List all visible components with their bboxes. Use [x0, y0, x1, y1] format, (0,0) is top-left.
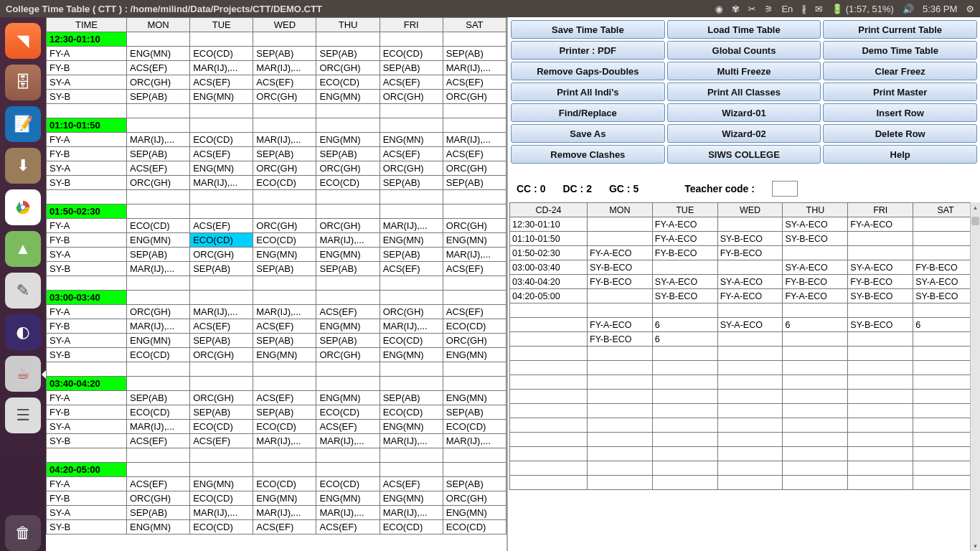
tt-cell[interactable]	[380, 377, 443, 391]
tt-cell[interactable]: ECO(CD)	[190, 491, 253, 506]
tt-cell[interactable]	[380, 204, 443, 219]
tt-cell[interactable]: ENG(MN)	[127, 233, 190, 248]
tt-cell[interactable]: ECO(CD)	[443, 420, 506, 434]
row-label[interactable]: FY-A	[47, 47, 127, 61]
tt-cell[interactable]: SEP(AB)	[443, 405, 506, 420]
tt-cell[interactable]: ACS(EF)	[127, 477, 190, 491]
tt-cell[interactable]: ENG(MN)	[316, 90, 380, 104]
tt-cell[interactable]: SEP(AB)	[316, 147, 380, 161]
tt-cell[interactable]	[443, 377, 506, 391]
tt-cell[interactable]: ECO(CD)	[253, 477, 316, 491]
rt-time[interactable]: 01:10-01:50	[510, 232, 588, 246]
tt-cell[interactable]: ENG(MN)	[316, 319, 380, 334]
tt-cell[interactable]: MAR(IJ),...	[127, 420, 190, 434]
rt-cell[interactable]	[913, 461, 979, 476]
row-label[interactable]: SY-B	[47, 262, 127, 276]
tt-cell[interactable]: MAR(IJ),...	[190, 305, 253, 319]
rt-cell[interactable]	[717, 476, 783, 490]
rt-cell[interactable]	[652, 390, 717, 404]
tt-cell[interactable]	[316, 291, 380, 305]
rt-time[interactable]	[510, 433, 588, 447]
tt-cell[interactable]: SEP(AB)	[316, 47, 380, 61]
rt-cell[interactable]	[848, 418, 913, 433]
server-icon[interactable]: ☰	[5, 397, 41, 433]
tt-cell[interactable]: ENG(MN)	[380, 491, 443, 506]
row-label[interactable]: FY-B	[47, 491, 127, 506]
tt-cell[interactable]: ACS(EF)	[316, 305, 380, 319]
rt-cell[interactable]: SY-A-ECO	[848, 260, 913, 275]
row-label[interactable]: SY-B	[47, 434, 127, 448]
tt-cell[interactable]: MAR(IJ),...	[316, 506, 380, 520]
rt-cell[interactable]	[652, 476, 717, 490]
tt-cell[interactable]	[316, 32, 380, 47]
rt-cell[interactable]	[652, 347, 717, 361]
tt-cell[interactable]: ENG(MN)	[190, 90, 253, 104]
tt-header[interactable]: WED	[253, 18, 316, 32]
row-label[interactable]: 04:20-05:00	[47, 463, 127, 477]
rt-cell[interactable]	[783, 303, 848, 318]
multi-freeze-button[interactable]: Multi Freeze	[667, 62, 821, 80]
tt-cell[interactable]: ENG(MN)	[253, 248, 316, 262]
tt-cell[interactable]	[316, 190, 380, 204]
save-as-button[interactable]: Save As	[511, 124, 665, 143]
rt-cell[interactable]: FY-A-ECO	[652, 232, 717, 246]
rt-cell[interactable]	[913, 404, 979, 418]
rt-cell[interactable]	[783, 461, 848, 476]
rt-cell[interactable]	[848, 476, 913, 490]
tt-cell[interactable]: ACS(EF)	[443, 262, 506, 276]
printer-pdf-button[interactable]: Printer : PDF	[511, 41, 665, 60]
gear-icon[interactable]: ⚙	[966, 4, 974, 14]
rt-header[interactable]: THU	[783, 203, 848, 217]
row-label[interactable]: 12:30-01:10	[47, 32, 127, 47]
tt-cell[interactable]: SEP(AB)	[190, 405, 253, 420]
scroll-down-icon[interactable]: ▾	[971, 541, 980, 551]
tt-header[interactable]: FRI	[380, 18, 443, 32]
rt-cell[interactable]	[848, 461, 913, 476]
tt-cell[interactable]	[127, 291, 190, 305]
row-label[interactable]: FY-B	[47, 147, 127, 161]
tt-cell[interactable]: MAR(IJ),...	[253, 133, 316, 147]
tt-cell[interactable]: ECO(CD)	[316, 477, 380, 491]
tt-cell[interactable]	[443, 104, 506, 118]
rt-cell[interactable]	[783, 433, 848, 447]
writer-icon[interactable]: 📝	[5, 106, 41, 142]
tt-cell[interactable]	[253, 190, 316, 204]
rt-cell[interactable]	[913, 390, 979, 404]
tt-cell[interactable]: ORC(GH)	[380, 305, 443, 319]
rt-cell[interactable]	[717, 260, 783, 275]
tt-cell[interactable]: ORC(GH)	[380, 161, 443, 176]
tt-header[interactable]: TIME	[47, 18, 127, 32]
tt-cell[interactable]: ENG(MN)	[316, 133, 380, 147]
rt-cell[interactable]	[652, 447, 717, 461]
tt-cell[interactable]: ECO(CD)	[316, 75, 380, 90]
tt-cell[interactable]: ORC(GH)	[443, 491, 506, 506]
tt-cell[interactable]: ECO(CD)	[316, 405, 380, 420]
rt-time[interactable]	[510, 318, 588, 332]
tt-cell[interactable]	[127, 204, 190, 219]
tt-cell[interactable]: ACS(EF)	[127, 61, 190, 75]
row-label[interactable]	[47, 276, 127, 291]
tt-cell[interactable]: ECO(CD)	[190, 47, 253, 61]
tt-cell[interactable]	[190, 291, 253, 305]
help-button[interactable]: Help	[823, 145, 977, 164]
rt-cell[interactable]: FY-A-ECO	[588, 318, 653, 332]
tt-cell[interactable]	[253, 204, 316, 219]
tt-cell[interactable]: ACS(EF)	[190, 319, 253, 334]
siws-college-button[interactable]: SIWS COLLEGE	[667, 145, 821, 164]
rt-cell[interactable]	[717, 303, 783, 318]
tt-cell[interactable]	[127, 448, 190, 463]
tt-cell[interactable]: SEP(AB)	[316, 262, 380, 276]
tt-cell[interactable]: ENG(MN)	[443, 348, 506, 362]
battery-icon[interactable]: 🔋(1:57, 51%)	[831, 4, 894, 14]
tt-cell[interactable]: MAR(IJ),...	[380, 434, 443, 448]
rt-header[interactable]: SAT	[913, 203, 979, 217]
rt-cell[interactable]	[717, 375, 783, 390]
eclipse-icon[interactable]: ◐	[5, 314, 41, 350]
rt-cell[interactable]	[588, 447, 653, 461]
rt-cell[interactable]	[848, 404, 913, 418]
tt-cell[interactable]	[127, 362, 190, 377]
tt-cell[interactable]	[190, 118, 253, 133]
rt-time[interactable]: 12:30-01:10	[510, 217, 588, 232]
rt-cell[interactable]	[652, 375, 717, 390]
tt-cell[interactable]: SEP(AB)	[127, 90, 190, 104]
